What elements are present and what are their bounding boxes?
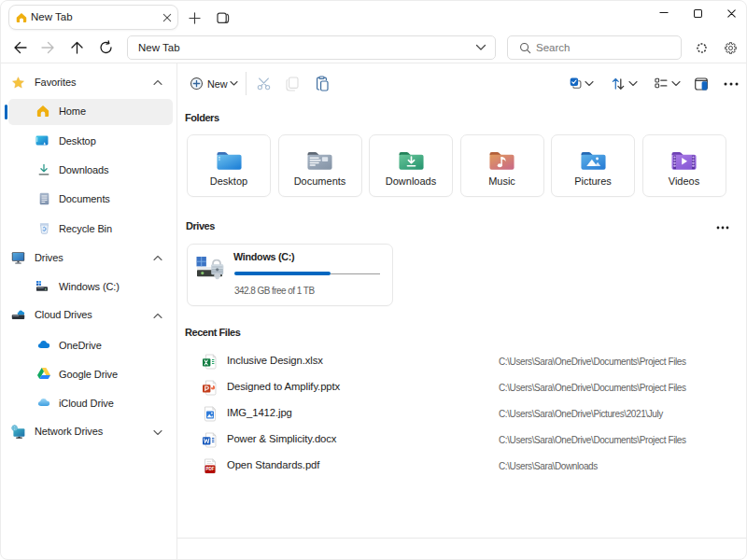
svg-text:PDF: PDF bbox=[205, 467, 214, 471]
